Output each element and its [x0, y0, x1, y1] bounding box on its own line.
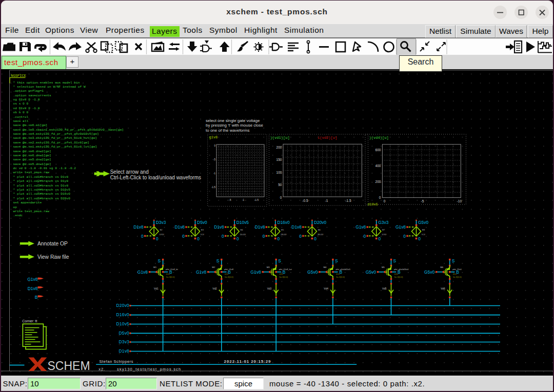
- svg-text:Vd4: Vd4: [324, 287, 328, 290]
- svg-text:50: 50: [278, 183, 282, 187]
- svg-text:G1v8: G1v8: [27, 277, 38, 282]
- svg-text:3.91f: 3.91f: [160, 233, 165, 236]
- svg-text:0: 0: [156, 236, 159, 241]
- svg-text:G5v0: G5v0: [366, 270, 377, 275]
- svg-text:-1: -1: [213, 172, 216, 175]
- svg-text:200: 200: [375, 180, 381, 183]
- svg-text:-5: -5: [421, 199, 424, 203]
- svg-text:.option savecurrents: .option savecurrents: [13, 94, 52, 97]
- svg-text:E5: E5: [281, 229, 284, 231]
- svg-text:write test_pmos.raw: write test_pmos.raw: [13, 171, 50, 174]
- svg-text:M2: M2: [212, 266, 215, 269]
- svg-text:-10: -10: [457, 199, 462, 203]
- svg-text:M1: M1: [153, 266, 157, 269]
- svg-text:M4: M4: [323, 266, 327, 269]
- svg-text:Vd6: Vd6: [441, 287, 445, 290]
- svg-text:-1: -1: [242, 199, 245, 201]
- svg-text:* plot all.vd3#branch vs D1v8: * plot all.vd3#branch vs D1v8: [13, 184, 69, 188]
- svg-text:* plot all.vd5#branch vs D16v0: * plot all.vd5#branch vs D16v0: [13, 192, 71, 196]
- svg-text:* plot all.vd2#branch vs D1v8: * plot all.vd2#branch vs D1v8: [13, 179, 69, 183]
- svg-text:0: 0: [222, 234, 224, 239]
- svg-text:G1v8: G1v8: [355, 224, 366, 230]
- svg-text:3.91f: 3.91f: [382, 233, 387, 236]
- svg-text:SCHEM: SCHEM: [48, 359, 90, 373]
- svg-text:dc vd 0 -1.8 -0.01 vg 0 -1.8 -: dc vd 0 -1.8 -0.01 vg 0 -1.8 -0.2: [13, 167, 76, 170]
- svg-text:save @m.xm5.xmain1.msky130_fd_: save @m.xm5.xmain1.msky130_fd_pr__pfet_g…: [13, 128, 124, 132]
- svg-text:op: op: [13, 205, 17, 209]
- svg-text:G1v8: G1v8: [250, 270, 261, 275]
- svg-text:pfet_01v8: pfet_01v8: [224, 268, 233, 271]
- svg-text:E6: E6: [318, 229, 321, 231]
- svg-text:Vd1: Vd1: [154, 287, 159, 290]
- svg-text:g1v8: g1v8: [209, 135, 218, 139]
- svg-text:M5: M5: [382, 266, 385, 269]
- svg-text:set appendwrite: set appendwrite: [13, 201, 42, 204]
- svg-text:D10v5: D10v5: [236, 220, 249, 225]
- svg-text:0: 0: [418, 236, 421, 241]
- svg-text:0: 0: [182, 234, 185, 239]
- svg-text:G1v8: G1v8: [395, 224, 406, 230]
- svg-text:G3v3: G3v3: [378, 220, 388, 225]
- svg-text:1e-3(0.0): 1e-3(0.0): [225, 276, 234, 278]
- svg-text:1e-3(0.0): 1e-3(0.0): [453, 276, 462, 278]
- svg-text:-.5: -.5: [228, 199, 231, 201]
- svg-text:0: 0: [278, 236, 280, 241]
- svg-text:D16v0: D16v0: [116, 312, 130, 317]
- svg-text:write test_pmos.raw: write test_pmos.raw: [13, 210, 50, 213]
- svg-text:.control: .control: [13, 115, 29, 119]
- svg-text:D1v8: D1v8: [291, 224, 302, 230]
- svg-text:vb b 0 0: vb b 0 0: [13, 111, 29, 114]
- svg-text:D1v8: D1v8: [28, 286, 38, 291]
- svg-text:0: 0: [299, 234, 302, 239]
- svg-text:to one of the waveforms: to one of the waveforms: [206, 128, 249, 133]
- svg-text:D1v8: D1v8: [255, 224, 265, 230]
- svg-text:save @d.xm6.dnw2[gm]: save @d.xm6.dnw2[gm]: [13, 150, 51, 153]
- svg-text:Select arrow and: Select arrow and: [110, 169, 149, 175]
- svg-text:D20v0: D20v0: [116, 303, 130, 308]
- svg-text:B: B: [339, 270, 342, 275]
- svg-text:vs s 0 0: vs s 0 0: [13, 102, 29, 106]
- svg-text:D20v0: D20v0: [314, 220, 327, 225]
- svg-text:1e-3(0.0): 1e-3(0.0): [336, 276, 345, 278]
- svg-text:select one single gate voltage: select one single gate voltage: [206, 118, 260, 123]
- svg-text:G1v8: G1v8: [137, 270, 148, 275]
- svg-text:-1.5: -1.5: [345, 199, 351, 202]
- svg-text:S: S: [452, 258, 455, 263]
- svg-text:pfet_20v0: pfet_20v0: [452, 268, 462, 271]
- svg-text:* plot all.vd1#branch vs D1v8: * plot all.vd1#branch vs D1v8: [13, 175, 69, 179]
- svg-text:.option wnflag=1: .option wnflag=1: [13, 89, 44, 93]
- svg-text:by pressing 't' with mouse clo: by pressing 't' with mouse close: [206, 123, 264, 128]
- svg-text:B: B: [456, 270, 459, 275]
- svg-text:* plot all.vd4#branch vs D10v5: * plot all.vd4#branch vs D10v5: [13, 188, 71, 192]
- svg-text:600: 600: [375, 148, 381, 152]
- svg-text:B: B: [283, 270, 286, 275]
- svg-text:d10v5: d10v5: [368, 202, 378, 207]
- svg-text:save @m.xm3.msky130_fd_pr__pfe: save @m.xm3.msky130_fd_pr__pfet_01v8_hvt…: [13, 136, 97, 140]
- svg-text:D1v8: D1v8: [214, 224, 224, 230]
- svg-text:0: 0: [280, 196, 282, 199]
- svg-text:E4: E4: [241, 229, 244, 231]
- svg-text:S: S: [157, 258, 161, 263]
- svg-text:Annotate OP: Annotate OP: [37, 241, 68, 246]
- svg-text:Vd2: Vd2: [212, 287, 217, 290]
- svg-text:.endc: .endc: [13, 214, 23, 217]
- svg-text:9.1f: 9.1f: [422, 233, 426, 236]
- svg-text:D1v8: D1v8: [174, 224, 185, 230]
- svg-text:pfet_g5v0d16v0: pfet_g5v0d16v0: [394, 268, 409, 271]
- svg-text:20.01f: 20.01f: [240, 233, 246, 236]
- svg-text:G5v0: G5v0: [424, 270, 435, 275]
- svg-text:0: 0: [379, 236, 381, 241]
- svg-text:2022-11-01 20:15:29: 2022-11-01 20:15:29: [224, 359, 271, 364]
- svg-text:0: 0: [379, 196, 381, 199]
- svg-text:View Raw file: View Raw file: [37, 254, 69, 260]
- svg-text:1e-3(0.0): 1e-3(0.0): [394, 276, 404, 278]
- svg-text:* plot all.vd6#branch vs D20v0: * plot all.vd6#branch vs D20v0: [13, 197, 71, 200]
- svg-text:0: 0: [141, 234, 144, 239]
- svg-text:Vd3: Vd3: [267, 287, 272, 290]
- svg-text:200: 200: [276, 146, 282, 149]
- svg-text:vd D1v8 0 -1.8: vd D1v8 0 -1.8: [13, 107, 40, 110]
- svg-text:save @d.xm5.dnw1[gm]: save @d.xm5.dnw1[gm]: [13, 162, 51, 166]
- svg-text:save @d.xm5.dnw2[gm]: save @d.xm5.dnw2[gm]: [13, 158, 51, 161]
- svg-text:28.01f: 28.01f: [281, 233, 287, 236]
- svg-text:-.5: -.5: [213, 158, 216, 161]
